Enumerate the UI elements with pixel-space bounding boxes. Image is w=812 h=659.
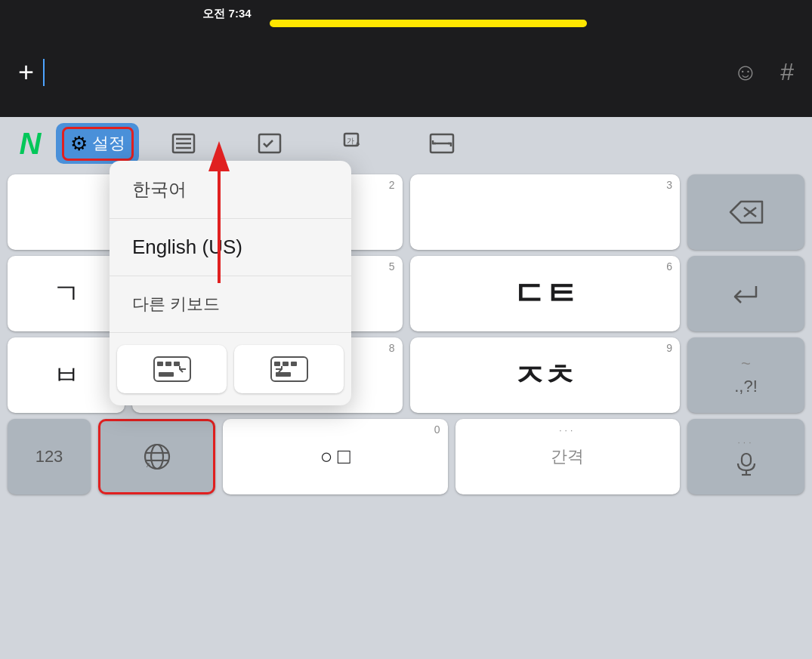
time-display: 오전 7:34: [202, 7, 251, 21]
backspace-icon: [727, 199, 765, 226]
punct-label: .,?!: [734, 377, 758, 396]
svg-rect-29: [276, 372, 291, 377]
cursor: [43, 59, 45, 86]
top-bar: 오전 7:34 + ☺ #: [0, 0, 812, 117]
settings-red-outline: ⚙ 설정: [62, 127, 134, 161]
kbd-left-button[interactable]: [117, 345, 227, 393]
key-num3[interactable]: 3: [410, 174, 681, 250]
key-blank-1[interactable]: [8, 174, 125, 250]
svg-point-13: [151, 445, 163, 469]
emoji-icon[interactable]: ☺: [733, 58, 758, 86]
checklist-icon: [255, 128, 285, 159]
square-shape: □: [338, 445, 350, 469]
hashtag-icon[interactable]: #: [780, 58, 794, 86]
n-logo: N: [20, 127, 42, 161]
svg-rect-27: [283, 362, 289, 366]
key-jaja[interactable]: 9 ㅈㅊ: [410, 337, 681, 413]
yellow-indicator: [270, 20, 587, 27]
dropdown-bottom: [110, 333, 351, 405]
translate-icon: 가 A: [341, 128, 371, 159]
key-row-4: 123 A 0 ○ □ ··· 간격: [8, 419, 804, 494]
space-label: 간격: [551, 445, 584, 468]
key-number-2: 2: [389, 179, 395, 191]
jaja-label: ㅈㅊ: [514, 355, 575, 396]
other-keyboard-label: 다른 키보드: [132, 293, 220, 316]
toolbar-left: +: [18, 59, 45, 86]
svg-rect-26: [274, 362, 280, 366]
microphone-icon: [733, 451, 759, 476]
dropdown-other-keyboard[interactable]: 다른 키보드: [110, 276, 351, 333]
tab-translate[interactable]: 가 A: [314, 123, 397, 164]
status-bar: 오전 7:34: [18, 0, 794, 27]
settings-tab-label: 설정: [92, 132, 125, 155]
globe-icon: A: [140, 440, 174, 473]
tab-list[interactable]: [142, 123, 225, 164]
key-giyeok[interactable]: ㄱ: [8, 256, 125, 331]
key-123-label: 123: [36, 447, 63, 467]
toolbar: + ☺ #: [18, 27, 794, 117]
key-ce[interactable]: 6 ㄷㅌ: [410, 256, 681, 331]
svg-rect-28: [291, 362, 297, 366]
globe-key[interactable]: A: [98, 419, 215, 494]
svg-text:A: A: [356, 140, 360, 146]
key-tilde-punct[interactable]: ~ .,?!: [687, 337, 804, 413]
key-number-5: 5: [389, 260, 395, 273]
enter-icon: [727, 279, 765, 309]
keyboard-area: N ⚙ 설정: [0, 117, 812, 659]
space-key[interactable]: ··· 간격: [455, 419, 681, 494]
circle-shape: ○: [320, 445, 333, 469]
giyeok-label: ㄱ: [53, 276, 80, 313]
tab-n[interactable]: N: [8, 123, 53, 164]
resize-icon: [427, 128, 457, 159]
kbd-right-icon: [270, 356, 309, 383]
key-number-0: 0: [434, 423, 440, 436]
toolbar-right: ☺ #: [733, 58, 794, 86]
key-bieup[interactable]: ㅂ: [8, 337, 125, 413]
key-mic[interactable]: ···: [687, 419, 804, 494]
svg-rect-24: [159, 372, 174, 377]
tilde-label: ~: [741, 354, 751, 374]
english-label: English (US): [132, 236, 242, 259]
gear-icon: ⚙: [70, 132, 88, 156]
tab-resize[interactable]: [400, 123, 483, 164]
svg-text:A: A: [147, 461, 151, 469]
tab-settings[interactable]: ⚙ 설정: [56, 123, 139, 164]
svg-text:가: 가: [347, 137, 354, 145]
svg-rect-17: [742, 454, 751, 466]
shapes-label: ○ □: [320, 445, 350, 469]
language-dropdown: 한국어 English (US) 다른 키보드: [110, 161, 351, 405]
key-number-8: 8: [389, 342, 395, 354]
svg-rect-22: [165, 362, 171, 366]
kbd-right-button[interactable]: [234, 345, 344, 393]
korean-label: 한국어: [132, 177, 187, 202]
bieup-label: ㅂ: [53, 357, 80, 394]
enter-key[interactable]: [687, 256, 804, 331]
dots-left: ···: [559, 425, 576, 436]
dropdown-english[interactable]: English (US): [110, 219, 351, 276]
ce-label: ㄷㅌ: [513, 272, 576, 316]
key-number-3: 3: [666, 179, 672, 191]
key-123[interactable]: 123: [8, 419, 91, 494]
add-icon[interactable]: +: [18, 59, 34, 86]
svg-rect-23: [174, 362, 180, 366]
backspace-key[interactable]: [687, 174, 804, 250]
kbd-left-icon: [153, 356, 192, 383]
key-number-6: 6: [666, 260, 672, 273]
tab-checklist[interactable]: [228, 123, 311, 164]
svg-rect-21: [157, 362, 163, 366]
dropdown-korean[interactable]: 한국어: [110, 161, 351, 219]
key-number-9: 9: [666, 342, 672, 354]
key-shapes[interactable]: 0 ○ □: [223, 419, 448, 494]
list-icon: [168, 128, 199, 159]
dots-mic: ···: [737, 437, 754, 448]
